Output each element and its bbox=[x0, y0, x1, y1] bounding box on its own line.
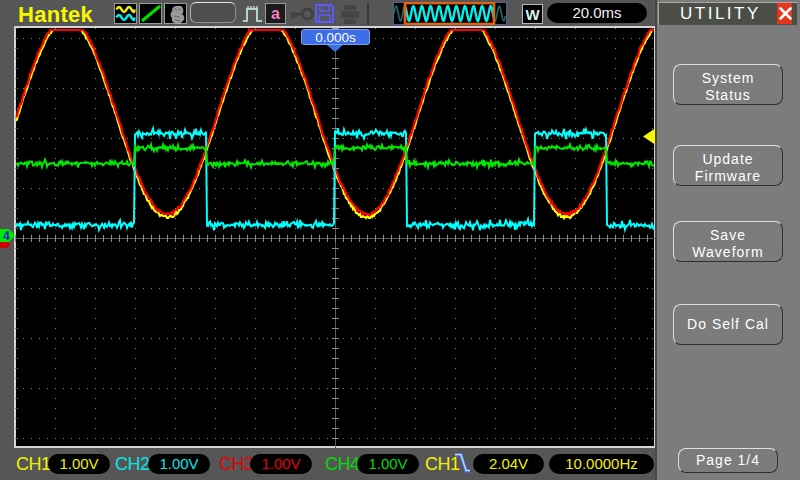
svg-text:4: 4 bbox=[3, 229, 10, 243]
